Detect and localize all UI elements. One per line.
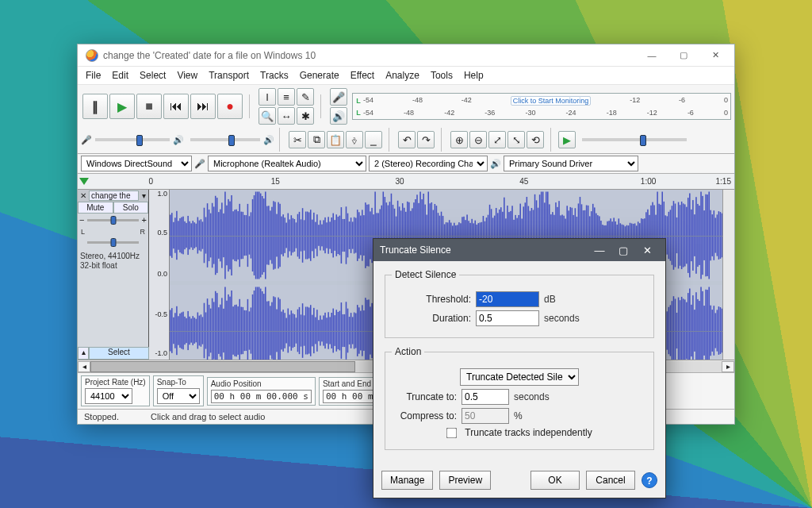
- pause-button[interactable]: ∥: [82, 94, 108, 119]
- play-meter-speaker-icon[interactable]: 🔊: [330, 107, 347, 125]
- svg-rect-418: [279, 299, 281, 360]
- play-meter-l-label: L: [355, 109, 362, 117]
- skip-start-button[interactable]: ⏮: [163, 94, 189, 119]
- timeshift-tool-icon[interactable]: ↔: [278, 107, 295, 125]
- gain-slider[interactable]: −+: [81, 215, 145, 226]
- play-at-speed-button[interactable]: ▶: [558, 131, 576, 148]
- envelope-tool-icon[interactable]: ≡: [278, 88, 295, 106]
- menu-generate[interactable]: Generate: [295, 68, 344, 83]
- zoom-in-icon[interactable]: ⊕: [450, 131, 468, 148]
- threshold-input[interactable]: [476, 291, 539, 307]
- menu-select[interactable]: Select: [135, 68, 170, 83]
- rec-channels-combo[interactable]: 2 (Stereo) Recording Cha: [369, 156, 488, 171]
- copy-icon[interactable]: ⧉: [308, 131, 325, 148]
- menu-file[interactable]: File: [81, 68, 105, 83]
- skip-end-button[interactable]: ⏭: [190, 94, 216, 119]
- scroll-right-icon[interactable]: ▸: [722, 361, 734, 372]
- rec-volume-slider[interactable]: [95, 138, 170, 141]
- menu-tools[interactable]: Tools: [426, 68, 458, 83]
- trim-icon[interactable]: ⎀: [346, 131, 363, 148]
- menu-effect[interactable]: Effect: [346, 68, 379, 83]
- action-select[interactable]: Truncate Detected Silence: [460, 368, 579, 386]
- zoom-tool-icon[interactable]: 🔍: [259, 107, 276, 125]
- track-close-icon[interactable]: ✕: [78, 191, 89, 200]
- menu-help[interactable]: Help: [459, 68, 488, 83]
- device-toolbar: Windows DirectSound 🎤 Microphone (Realte…: [78, 154, 734, 174]
- play-volume-slider[interactable]: [190, 138, 260, 141]
- fit-selection-icon[interactable]: ⤢: [488, 131, 506, 148]
- window-title: change the 'Created' date for a file on …: [103, 50, 636, 61]
- zoom-out-icon[interactable]: ⊖: [469, 131, 487, 148]
- svg-rect-663: [675, 298, 676, 360]
- app-icon: [86, 49, 98, 62]
- silence-icon[interactable]: ⎯: [365, 131, 382, 148]
- solo-button[interactable]: Solo: [113, 202, 149, 214]
- play-button[interactable]: ▶: [109, 94, 135, 119]
- cut-icon[interactable]: ✂: [289, 131, 306, 148]
- dialog-maximize-icon[interactable]: ▢: [611, 244, 635, 256]
- status-state: Stopped.: [84, 412, 119, 421]
- truncate-to-input[interactable]: [462, 389, 509, 405]
- svg-rect-407: [262, 291, 263, 360]
- svg-rect-387: [229, 297, 231, 360]
- play-speed-slider[interactable]: [582, 138, 687, 141]
- menu-transport[interactable]: Transport: [204, 68, 254, 83]
- dialog-minimize-icon[interactable]: —: [588, 244, 611, 256]
- svg-rect-414: [273, 296, 274, 360]
- menu-tracks[interactable]: Tracks: [255, 68, 293, 83]
- rec-meter-mic-icon[interactable]: 🎤: [330, 88, 347, 106]
- maximize-button[interactable]: ▢: [668, 44, 699, 67]
- manage-button[interactable]: Manage: [381, 471, 433, 490]
- rec-device-combo[interactable]: Microphone (Realtek Audio): [208, 156, 366, 171]
- menu-analyze[interactable]: Analyze: [381, 68, 424, 83]
- duration-input[interactable]: [476, 310, 539, 326]
- track-menu-icon[interactable]: ▾: [139, 191, 148, 200]
- svg-rect-378: [215, 291, 216, 360]
- close-button[interactable]: ✕: [699, 44, 731, 67]
- minimize-button[interactable]: —: [636, 44, 668, 67]
- project-rate-combo[interactable]: 44100: [85, 388, 132, 404]
- titlebar[interactable]: change the 'Created' date for a file on …: [78, 44, 734, 67]
- play-volume-speaker-icon: 🔊: [173, 135, 184, 145]
- undo-icon[interactable]: ↶: [398, 131, 416, 148]
- play-device-combo[interactable]: Primary Sound Driver: [504, 156, 638, 171]
- svg-rect-379: [216, 293, 218, 360]
- ok-button[interactable]: OK: [530, 471, 580, 490]
- help-icon[interactable]: ?: [642, 472, 657, 488]
- scroll-thumb[interactable]: [90, 361, 355, 372]
- selection-tool-icon[interactable]: I: [259, 88, 276, 106]
- track-name[interactable]: change the: [89, 190, 139, 201]
- vertical-scrollbar[interactable]: [722, 190, 734, 360]
- draw-tool-icon[interactable]: ✎: [297, 88, 314, 106]
- audio-host-combo[interactable]: Windows DirectSound: [81, 156, 192, 171]
- dialog-titlebar[interactable]: Truncate Silence — ▢ ✕: [373, 239, 665, 261]
- multi-tool-icon[interactable]: ✱: [297, 107, 314, 125]
- pan-slider[interactable]: [81, 237, 145, 248]
- meters[interactable]: L -54 -48 -42 Click to Start Monitoring …: [352, 93, 731, 120]
- snapto-combo[interactable]: Off: [157, 388, 200, 404]
- independent-checkbox[interactable]: [446, 427, 458, 438]
- play-cursor-icon: [79, 178, 89, 185]
- rec-meter-l-label: L: [355, 97, 362, 105]
- audio-position-value[interactable]: 00 h 00 m 00.000 s: [211, 390, 312, 403]
- zoom-toggle-icon[interactable]: ⟲: [527, 131, 544, 148]
- stop-button[interactable]: ■: [136, 94, 162, 119]
- rec-volume-mic-icon: 🎤: [81, 135, 92, 145]
- svg-rect-408: [263, 294, 265, 360]
- paste-icon[interactable]: 📋: [327, 131, 344, 148]
- fit-project-icon[interactable]: ⤡: [508, 131, 525, 148]
- menu-edit[interactable]: Edit: [107, 68, 133, 83]
- cancel-button[interactable]: Cancel: [586, 471, 635, 490]
- collapse-icon[interactable]: ▴: [78, 347, 89, 360]
- scroll-left-icon[interactable]: ◂: [78, 361, 90, 372]
- menubar[interactable]: File Edit Select View Transport Tracks G…: [78, 67, 734, 85]
- redo-icon[interactable]: ↷: [417, 131, 435, 148]
- dialog-close-icon[interactable]: ✕: [635, 244, 659, 256]
- preview-button[interactable]: Preview: [439, 471, 491, 490]
- timeline-ruler[interactable]: 0 15 30 45 1:00 1:15: [78, 174, 734, 190]
- menu-view[interactable]: View: [172, 68, 202, 83]
- record-button[interactable]: ●: [217, 94, 243, 119]
- start-monitoring-hint[interactable]: Click to Start Monitoring: [511, 96, 592, 106]
- mute-button[interactable]: Mute: [78, 202, 113, 214]
- track-select-button[interactable]: Select: [89, 347, 149, 360]
